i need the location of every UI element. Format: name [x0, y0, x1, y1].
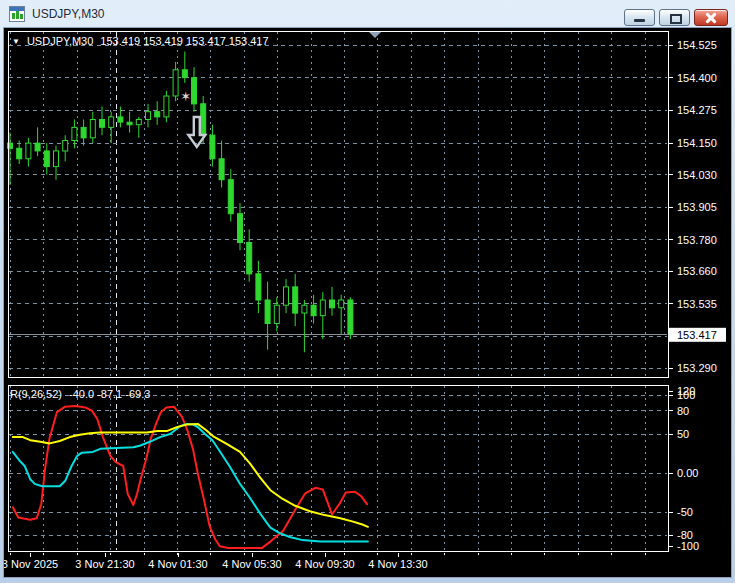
price-axis-label: 154.150: [677, 137, 717, 149]
candle-bear: [348, 300, 353, 334]
candle-bear: [238, 214, 243, 243]
chart-client-area: ✶154.525154.400154.275154.150154.030153.…: [4, 28, 731, 577]
candle-bear: [17, 148, 22, 159]
price-axis-label: 153.905: [677, 201, 717, 213]
candle-bear: [210, 135, 215, 159]
indicator-axis-label: 50: [677, 428, 689, 440]
candle-bear: [127, 122, 132, 125]
indicator-header: R(9,26,52)-40.0 -87.1 -69.3: [10, 388, 150, 400]
time-axis-label: 4 Nov 01:30: [148, 558, 207, 570]
candle-bear: [293, 287, 298, 313]
candle-bear: [256, 274, 261, 300]
candle-bear: [44, 151, 49, 167]
candle-bear: [100, 120, 105, 128]
price-axis-label: 153.660: [677, 265, 717, 277]
candle-bull: [26, 143, 31, 159]
price-axis-label: 153.780: [677, 234, 717, 246]
candle-bear: [192, 78, 197, 104]
candle-bull: [90, 120, 95, 138]
titlebar[interactable]: USDJPY,M30: [0, 0, 735, 28]
candle-bull: [274, 305, 279, 323]
restore-button[interactable]: [659, 9, 690, 26]
main-panel-frame: [8, 31, 668, 377]
candle-bull: [63, 141, 68, 152]
star-marker[interactable]: ✶: [180, 89, 191, 104]
indicator-axis-label: -100: [677, 540, 699, 552]
candle-bear: [228, 180, 233, 214]
chart-canvas[interactable]: ✶154.525154.400154.275154.150154.030153.…: [4, 28, 731, 577]
candle-bear: [201, 104, 206, 135]
candle-bull: [164, 96, 169, 117]
window-title: USDJPY,M30: [32, 7, 104, 21]
indicator-values: -40.0 -87.1 -69.3: [69, 388, 150, 400]
candle-bear: [35, 143, 40, 151]
candle-bull: [54, 151, 59, 167]
close-button[interactable]: [694, 9, 728, 26]
price-axis-label: 153.290: [677, 362, 717, 374]
time-axis-label: 3 Nov 2025: [4, 558, 58, 570]
chart-header: ▼USDJPY,M30153.419 153.419 153.417 153.4…: [12, 35, 269, 47]
time-axis-label: 4 Nov 09:30: [295, 558, 354, 570]
price-axis-label: 154.030: [677, 169, 717, 181]
candle-bear: [247, 243, 252, 274]
candle-bull: [339, 300, 344, 308]
bid-price-label: 153.417: [677, 329, 717, 341]
chart-window: USDJPY,M30 ✶154.525154.400154.275154.150…: [0, 0, 735, 583]
indicator-name: R(9,26,52): [10, 388, 62, 400]
candle-bull: [320, 300, 325, 316]
chart-app-icon: [9, 6, 25, 22]
price-axis-label: 153.535: [677, 298, 717, 310]
price-axis-label: 154.525: [677, 39, 717, 51]
indicator-axis-label: 80: [677, 405, 689, 417]
time-axis-label: 3 Nov 21:30: [75, 558, 134, 570]
indicator-axis-label: -50: [677, 506, 693, 518]
candle-bear: [219, 159, 224, 180]
time-axis-label: 4 Nov 05:30: [222, 558, 281, 570]
candle-bull: [109, 117, 114, 128]
candle-bear: [81, 127, 86, 137]
chart-shift-marker[interactable]: [369, 32, 381, 38]
candle-bear: [182, 70, 187, 78]
indicator-panel-frame: [8, 385, 668, 551]
candle-bear: [265, 300, 270, 324]
candle-bear: [311, 305, 316, 316]
restore-icon: [670, 14, 682, 24]
symbol-menu-icon[interactable]: ▼: [12, 37, 20, 46]
indicator-axis-label: 100: [677, 389, 695, 401]
candle-bull: [72, 127, 77, 140]
candle-bull: [146, 112, 151, 120]
candle-bull: [173, 70, 178, 96]
chart-symbol-period: USDJPY,M30: [27, 35, 93, 47]
candle-bull: [302, 305, 307, 313]
price-axis-label: 154.275: [677, 104, 717, 116]
window-controls: [624, 9, 728, 26]
time-axis-label: 4 Nov 13:30: [368, 558, 427, 570]
candle-bear: [155, 112, 160, 117]
candle-bull: [136, 120, 141, 125]
minimize-button[interactable]: [624, 9, 655, 26]
minimize-icon: [634, 19, 645, 22]
price-axis-label: 154.400: [677, 72, 717, 84]
candle-bull: [284, 287, 289, 305]
indicator-axis-label: 0.00: [677, 467, 698, 479]
candle-bear: [118, 117, 123, 122]
candle-bear: [330, 300, 335, 308]
chart-ohlc-values: 153.419 153.419 153.417 153.417: [100, 35, 268, 47]
